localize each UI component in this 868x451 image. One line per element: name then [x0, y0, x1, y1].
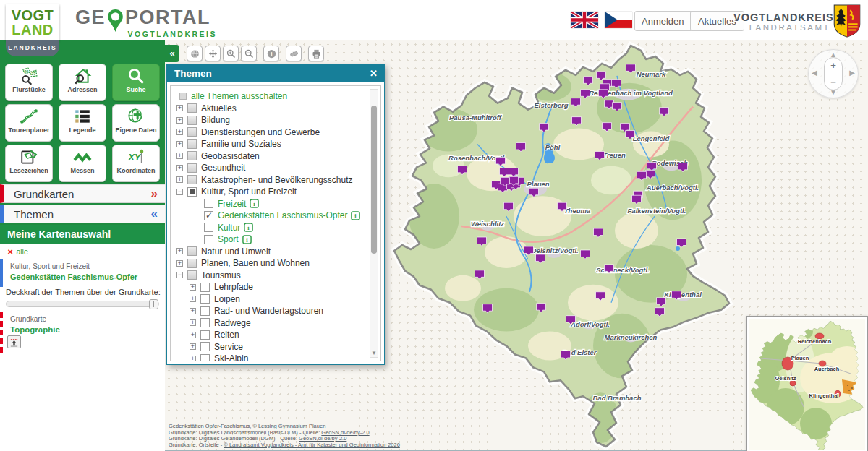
checkbox[interactable]	[187, 187, 197, 197]
expander-icon[interactable]: +	[190, 319, 196, 326]
print-button[interactable]	[308, 46, 324, 61]
theme-tree-row[interactable]: + Rad- und Wandertagstouren	[171, 305, 380, 317]
expander-icon[interactable]: +	[176, 165, 183, 171]
tool-suche[interactable]: Suche	[112, 64, 160, 101]
checkbox[interactable]	[187, 103, 197, 113]
theme-tree-row[interactable]: Gedenkstätten Faschismus-Opfer	[171, 210, 380, 222]
zoom-in-button[interactable]	[223, 46, 239, 61]
checkbox[interactable]	[187, 259, 197, 268]
tool-flurstuecke[interactable]: Flurstücke	[5, 64, 53, 101]
theme-tree-row[interactable]: Kultur	[171, 222, 380, 234]
expander-icon[interactable]: +	[176, 129, 183, 135]
theme-tree-row[interactable]: Sport	[171, 233, 380, 246]
theme-tree-row[interactable]: − Kultur, Sport und Freizeit	[171, 186, 380, 198]
panel-header[interactable]: Themen ✕	[167, 64, 384, 82]
checkbox[interactable]	[200, 330, 210, 340]
slider-handle[interactable]	[149, 299, 158, 309]
tool-lesezeichen[interactable]: Lesezeichen	[5, 145, 53, 182]
close-icon[interactable]: ✕	[7, 248, 13, 256]
checkbox[interactable]	[187, 116, 197, 125]
vogtland-logo[interactable]: VOGT LAND	[6, 4, 59, 40]
checkbox[interactable]	[204, 223, 213, 232]
theme-tree-row[interactable]: + Katastrophen- und Bevölkerungsschutz	[171, 174, 380, 186]
theme-tree-row[interactable]: + Ski-Alpin	[171, 353, 380, 361]
theme-tree-row[interactable]: + Gesundheit	[171, 162, 380, 174]
opacity-slider[interactable]	[6, 301, 159, 307]
theme-tree-row[interactable]: + Bildung	[171, 114, 380, 126]
theme-tree-row[interactable]: + Familie und Soziales	[171, 138, 380, 150]
chevron-right-icon[interactable]: »	[151, 186, 158, 201]
checkbox[interactable]	[204, 199, 213, 208]
checkbox[interactable]	[187, 163, 197, 173]
info-icon[interactable]	[351, 211, 360, 220]
checkbox[interactable]	[187, 139, 197, 149]
checkbox[interactable]	[200, 306, 210, 316]
checkbox[interactable]	[187, 127, 197, 137]
zoom-full-extent-button[interactable]	[187, 46, 203, 61]
overview-map[interactable]: ReichenbachPlauenAuerbachOelsnitzKlingen…	[746, 316, 868, 451]
theme-tree-row[interactable]: + Radwege	[171, 317, 380, 330]
theme-tree-row[interactable]: + Dienstleistungen und Gewerbe	[171, 126, 380, 139]
tool-tourenplaner[interactable]: Tourenplaner	[5, 104, 53, 142]
accordion-grundkarten[interactable]: Grundkarten »	[0, 184, 165, 203]
theme-tree-row[interactable]: + Planen, Bauen und Wohnen	[171, 257, 380, 270]
active-theme-item[interactable]: Kultur, Sport und Freizeit Gedenkstätten…	[0, 259, 165, 287]
checkbox[interactable]	[200, 294, 210, 304]
zoom-out-control[interactable]: −	[825, 74, 842, 90]
expander-icon[interactable]: +	[176, 117, 183, 124]
language-czech-flag[interactable]	[605, 12, 632, 28]
expander-icon[interactable]: +	[176, 248, 183, 254]
checkbox[interactable]	[179, 93, 187, 100]
zoom-in-control[interactable]: +	[825, 58, 842, 74]
expander-icon[interactable]: −	[176, 272, 183, 278]
map-viewport[interactable]: NeumarkReichenbach im VogtlandElsterberg…	[165, 40, 868, 451]
chevron-left-icon[interactable]: «	[151, 207, 158, 221]
pan-right-icon[interactable]: ▶	[849, 69, 855, 77]
tool-legende[interactable]: Legende	[59, 104, 106, 142]
tool-messen[interactable]: Messen	[59, 145, 106, 182]
expander-icon[interactable]: +	[176, 105, 183, 111]
checkbox[interactable]	[204, 235, 213, 244]
scrollbar[interactable]: ▼	[370, 89, 378, 358]
basemap-item[interactable]: Grundkarte Topographie	[0, 312, 165, 353]
expander-icon[interactable]: +	[176, 260, 183, 267]
pan-button[interactable]	[205, 46, 221, 61]
theme-tree-row[interactable]: − Tourismus	[171, 270, 380, 282]
theme-tree-row[interactable]: + Aktuelles	[171, 103, 380, 115]
expander-icon[interactable]: +	[190, 296, 196, 302]
basemap-swap-button[interactable]	[7, 335, 21, 348]
info-icon[interactable]	[244, 223, 253, 232]
pan-left-icon[interactable]: ◀	[812, 69, 817, 77]
expander-icon[interactable]: −	[176, 189, 183, 195]
checkbox[interactable]	[200, 318, 210, 327]
info-button[interactable]	[263, 46, 279, 61]
eraser-button[interactable]	[286, 46, 302, 61]
checkbox[interactable]	[187, 175, 197, 184]
expander-icon[interactable]: +	[176, 153, 183, 159]
close-icon[interactable]: ✕	[370, 68, 378, 79]
tool-eigene-daten[interactable]: Eigene Daten	[112, 104, 160, 142]
expander-icon[interactable]: +	[190, 308, 196, 314]
theme-tree-row[interactable]: alle Themen ausschalten	[171, 90, 380, 103]
checkbox[interactable]	[187, 246, 197, 256]
expander-icon[interactable]: +	[176, 176, 183, 183]
scrollbar-thumb[interactable]	[371, 106, 377, 254]
theme-tree-row[interactable]: + Loipen	[171, 293, 380, 306]
scroll-down-icon[interactable]: ▼	[371, 350, 377, 356]
checkbox[interactable]	[187, 151, 197, 160]
info-icon[interactable]	[250, 199, 259, 208]
theme-tree-row[interactable]: + Natur und Umwelt	[171, 246, 380, 258]
tool-koordinaten[interactable]: Koordinaten	[112, 145, 160, 182]
zoom-out-button[interactable]	[241, 46, 257, 61]
expander-icon[interactable]: +	[176, 141, 183, 147]
accordion-themen[interactable]: Themen «	[0, 205, 165, 223]
theme-tree-row[interactable]: Freizeit	[171, 198, 380, 210]
checkbox[interactable]	[187, 270, 197, 280]
expander-icon[interactable]: +	[190, 284, 196, 291]
clear-all-button[interactable]: ✕alle	[7, 247, 28, 256]
expander-icon[interactable]: +	[190, 332, 196, 338]
theme-tree-row[interactable]: + Reiten	[171, 329, 380, 341]
sidebar-collapse-button[interactable]: «	[165, 45, 179, 62]
language-english-flag[interactable]	[571, 12, 598, 28]
attribution-link[interactable]: © Landratsamt Vogtlandkreis - Amt für Ka…	[224, 442, 400, 448]
